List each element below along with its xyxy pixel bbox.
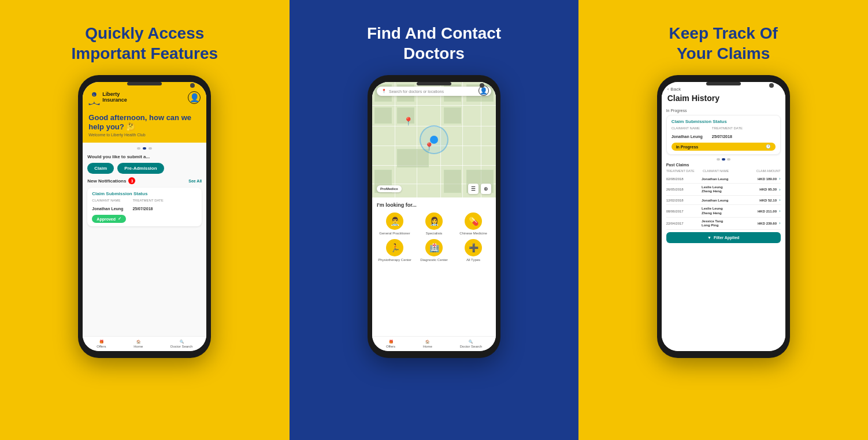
- road-h4: [372, 165, 496, 166]
- phone3-treatment-value: 25/07/2018: [712, 135, 732, 139]
- phone1-body: Would you like to submit a... Claim Pre-…: [83, 143, 206, 336]
- panel-3: Keep Track Of Your Claims ‹ Back Claim H…: [578, 0, 868, 440]
- back-chevron-icon: ‹: [667, 87, 669, 92]
- claimant-value: Jonathan Leung: [92, 207, 123, 211]
- approved-badge: Approved ✓: [92, 215, 126, 223]
- dot2: [143, 147, 146, 150]
- nav-doctor-search[interactable]: 🔍 Doctor Search: [170, 340, 192, 348]
- chinese-med-icon: 💊: [465, 212, 482, 230]
- notification-badge: 3: [128, 177, 135, 184]
- phone3-camera: [769, 83, 774, 88]
- cat-gp[interactable]: 👨‍⚕️ General Practitioner: [377, 212, 413, 236]
- map-zoom-icon[interactable]: ⊕: [481, 184, 491, 194]
- dot3: [149, 147, 152, 150]
- nav2-offers[interactable]: 🎁 Offers: [386, 340, 395, 348]
- row-arrow[interactable]: ›: [779, 221, 781, 226]
- phone3-claimant-label: CLAIMANT NAME: [672, 126, 703, 130]
- map-search-placeholder: Search for doctors or locations: [389, 90, 444, 94]
- back-label: Back: [670, 87, 681, 92]
- map-search-pin-icon: 📍: [381, 89, 387, 94]
- phone1-greeting-text: Good afternoon, how can we help you? 🤔: [88, 113, 201, 131]
- cat-all[interactable]: ➕ All Types: [455, 239, 491, 262]
- phone3-status-fields: CLAIMANT NAME Jonathan Leung TREATMENT D…: [672, 126, 776, 140]
- cat-physio[interactable]: 🏃 Physiotherapy Center: [377, 239, 413, 262]
- phone1-greeting: Good afternoon, how can we help you? 🤔 W…: [83, 110, 206, 143]
- map-search-bar[interactable]: 📍 Search for doctors or locations: [377, 87, 491, 96]
- specialists-label: Specialists: [426, 232, 443, 236]
- row-arrow[interactable]: ›: [779, 197, 781, 203]
- phone3-treatment-label: TREATMENT DATE: [712, 126, 743, 130]
- map-current-location: [430, 136, 438, 144]
- phone2-camera: [480, 83, 484, 88]
- nav-offers[interactable]: 🎁 Offers: [97, 340, 106, 348]
- all-types-label: All Types: [466, 258, 480, 262]
- looking-label: I'm looking for...: [377, 202, 491, 208]
- treatment-value: 25/07/2018: [132, 207, 153, 211]
- cat-specialists[interactable]: 👩‍⚕️ Specialists: [416, 212, 452, 236]
- panel3-title: Keep Track Of Your Claims: [669, 23, 778, 64]
- phone1-screen: L Liberty Insurance 👤 Good afternoon, ho…: [83, 82, 206, 351]
- col-date-header: Treatment Date: [666, 169, 700, 173]
- search2-icon: 🔍: [469, 340, 473, 344]
- phone3-claim-title: Claim Submission Status: [672, 119, 776, 124]
- row-arrow[interactable]: ›: [779, 187, 781, 192]
- inprogress-label: In Progress: [666, 109, 781, 113]
- map-block8: [444, 107, 461, 124]
- phone1-submit-label: Would you like to submit a...: [87, 154, 202, 159]
- phone1-action-buttons: Claim Pre-Admission: [87, 163, 202, 174]
- map-background: 📍 📍: [372, 82, 496, 197]
- row-arrow[interactable]: ›: [779, 208, 781, 214]
- physio-label: Physiotherapy Center: [378, 258, 411, 262]
- phone3-dots: [666, 158, 781, 161]
- claim-button[interactable]: Claim: [87, 163, 114, 174]
- phone1-avatar: 👤: [188, 91, 201, 104]
- phone1-notifications-row: New Notifications 3 See All: [87, 177, 202, 184]
- col-amount-header: Claim Amount: [746, 169, 780, 173]
- road-v4: [462, 82, 463, 197]
- table-row: 02/08/2018 Jonathan Leung HKD 189.00 ›: [666, 174, 781, 184]
- notifications-label: New Notifications: [87, 178, 126, 184]
- table-row: 08/06/2017 Leslie LeungZheng Heng HKD 21…: [666, 205, 781, 217]
- gp-label: General Practitioner: [379, 232, 410, 236]
- phone1-claim-card: Claim Submission Status CLAIMANT NAME Jo…: [87, 188, 202, 226]
- nav2-home[interactable]: 🏠 Home: [423, 340, 432, 348]
- cat-diagnostic[interactable]: 🏥 Diagnostic Center: [416, 239, 452, 262]
- phone3-claimant-field: CLAIMANT NAME Jonathan Leung: [672, 126, 703, 140]
- all-types-icon: ➕: [465, 239, 482, 256]
- promedico-label: ProMedico: [377, 185, 402, 192]
- table-row: 22/04/2017 Jessica TangLong Ping HKD 239…: [666, 218, 781, 230]
- nav2-doctor-search[interactable]: 🔍 Doctor Search: [460, 340, 482, 348]
- nav-home[interactable]: 🏠 Home: [133, 340, 143, 348]
- road-v2: [417, 82, 417, 197]
- pre-admission-button[interactable]: Pre-Admission: [117, 163, 164, 174]
- liberty-logo-icon: L: [88, 90, 100, 105]
- map-layers-icon[interactable]: ☰: [468, 184, 478, 194]
- physio-icon: 🏃: [386, 239, 403, 256]
- chinese-med-label: Chinese Medicine: [459, 232, 487, 236]
- see-all-link[interactable]: See All: [188, 179, 202, 183]
- inprogress-badge: In Progress 🕐: [672, 143, 776, 151]
- search-icon: 🔍: [180, 340, 184, 344]
- filter-icon: ▼: [707, 236, 711, 240]
- table-row: 12/02/2018 Jonathan Leung HKD 52.10 ›: [666, 196, 781, 205]
- col-name-header: Claimant Name: [703, 169, 744, 173]
- filter-applied-button[interactable]: ▼ Filter Applied: [666, 232, 781, 243]
- specialists-icon: 👩‍⚕️: [425, 212, 443, 230]
- phone2-notch: [417, 82, 451, 85]
- cat-chinese-med[interactable]: 💊 Chinese Medicine: [455, 212, 491, 236]
- past-claims-section: Past Claims Treatment Date Claimant Name…: [666, 163, 781, 230]
- map-pin1: 📍: [403, 117, 413, 126]
- p3-dot1: [717, 158, 720, 161]
- map-block5: [397, 149, 429, 167]
- claim-history-title: Claim History: [667, 94, 780, 103]
- home2-icon: 🏠: [425, 340, 429, 344]
- claimant-field: CLAIMANT NAME Jonathan Leung: [92, 199, 123, 212]
- phone3-screen: ‹ Back Claim History In Progress Claim S…: [662, 82, 785, 351]
- phone1-nav: 🎁 Offers 🏠 Home 🔍 Doctor Search: [83, 336, 206, 351]
- back-button[interactable]: ‹ Back: [667, 87, 780, 92]
- phone3-claimant-value: Jonathan Leung: [672, 135, 703, 139]
- phone1-logo-text: Liberty Insurance: [102, 92, 127, 103]
- row-arrow[interactable]: ›: [779, 176, 781, 181]
- phone1-greeting-sub: Welcome to Liberty Health Club: [88, 133, 201, 137]
- phone1-dots: [87, 147, 202, 150]
